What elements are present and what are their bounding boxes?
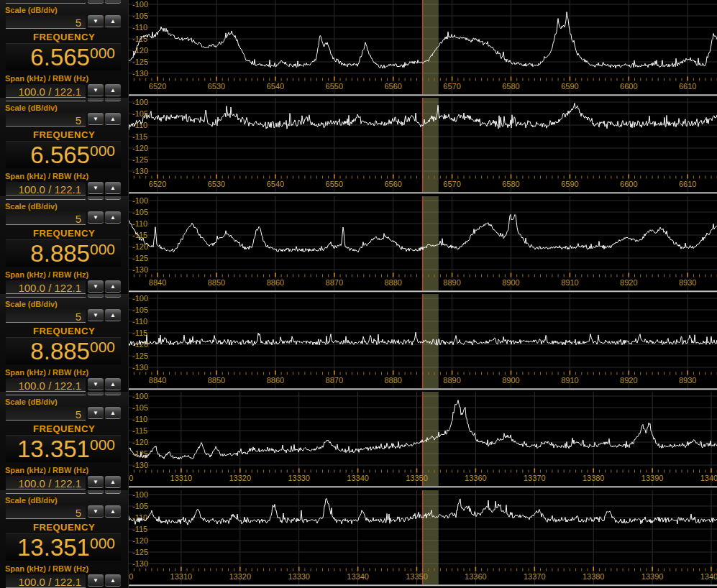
y-axis-label: -130 bbox=[132, 167, 148, 175]
scale-decrease-button[interactable]: ▼ bbox=[88, 309, 104, 321]
scale-increase-button[interactable]: ▲ bbox=[105, 113, 121, 125]
span-decrease-button[interactable]: ▼ bbox=[88, 84, 104, 96]
span-rbw-label: Span (kHz) / RBW (Hz) bbox=[5, 368, 88, 377]
spectrum-display[interactable]: 8840885088608870888088908900891089208930… bbox=[128, 294, 717, 392]
scale-input[interactable]: 5 bbox=[6, 505, 86, 519]
x-axis-label: 6610 bbox=[679, 180, 696, 188]
down-arrow-icon: ▼ bbox=[88, 505, 104, 518]
previous-up-button-partial bbox=[105, 0, 121, 4]
frequency-hz-value: 000 bbox=[90, 436, 115, 453]
receiver-panel: Scale (dB/div) 5 ▼ ▲ FREQUENCY 8.885000 … bbox=[0, 196, 717, 294]
receiver-panel: Scale (dB/div) 5 ▼ ▲ FREQUENCY 13.351000… bbox=[0, 490, 717, 588]
spectrum-svg: 6520653065406550656065706580659066006610… bbox=[129, 0, 717, 98]
span-rbw-input[interactable]: 100.0 / 122.1 bbox=[6, 476, 86, 490]
passband-overlay[interactable] bbox=[423, 98, 439, 192]
frequency-readout[interactable]: 6.565000 bbox=[6, 141, 121, 168]
span-increase-button[interactable]: ▲ bbox=[105, 476, 121, 488]
scale-decrease-button[interactable]: ▼ bbox=[88, 113, 104, 125]
scale-input[interactable]: 5 bbox=[6, 15, 86, 29]
span-decrease-button[interactable]: ▼ bbox=[88, 378, 104, 390]
panel-separator bbox=[129, 193, 717, 194]
frequency-readout[interactable]: 13.351000 bbox=[6, 435, 121, 462]
span-increase-button[interactable]: ▲ bbox=[105, 280, 121, 293]
span-rbw-label: Span (kHz) / RBW (Hz) bbox=[5, 270, 88, 279]
scale-decrease-button[interactable]: ▼ bbox=[88, 15, 104, 27]
x-axis-label: 8920 bbox=[620, 376, 637, 385]
scale-increase-button[interactable]: ▲ bbox=[105, 505, 121, 518]
span-rbw-input[interactable]: 100.0 / 122.1 bbox=[6, 574, 86, 588]
passband-overlay[interactable] bbox=[423, 392, 439, 486]
receiver-panel: Scale (dB/div) 5 ▼ ▲ FREQUENCY 6.565000 … bbox=[0, 0, 717, 98]
scale-increase-button[interactable]: ▲ bbox=[105, 309, 121, 321]
scale-decrease-button[interactable]: ▼ bbox=[88, 505, 104, 518]
span-increase-button[interactable]: ▲ bbox=[105, 574, 121, 587]
x-axis-label: 6540 bbox=[267, 82, 284, 91]
frequency-mhz-value: 13.351 bbox=[17, 436, 90, 462]
span-decrease-button[interactable]: ▼ bbox=[88, 476, 104, 488]
span-rbw-input[interactable]: 100.0 / 122.1 bbox=[6, 280, 86, 294]
y-axis-label: -100 bbox=[132, 294, 148, 303]
up-arrow-icon: ▲ bbox=[105, 113, 121, 125]
sdr-multi-receiver-app: Scale (dB/div) 5 ▼ ▲ FREQUENCY 6.565000 … bbox=[0, 0, 717, 588]
y-axis-label: -100 bbox=[132, 392, 148, 400]
receiver-panel: Scale (dB/div) 5 ▼ ▲ FREQUENCY 8.885000 … bbox=[0, 294, 717, 392]
down-arrow-icon: ▼ bbox=[88, 309, 104, 321]
y-axis-label: -115 bbox=[132, 426, 147, 435]
scale-increase-button[interactable]: ▲ bbox=[105, 15, 121, 27]
x-axis-label: 8870 bbox=[326, 376, 343, 385]
down-arrow-icon: ▼ bbox=[88, 574, 104, 587]
spectrum-display[interactable]: 6520653065406550656065706580659066006610… bbox=[128, 0, 717, 98]
previous-up-button-partial bbox=[105, 196, 121, 200]
panel-separator bbox=[129, 290, 717, 292]
scale-input[interactable]: 5 bbox=[6, 407, 86, 421]
previous-span-field-partial bbox=[6, 196, 86, 200]
receiver-controls-sidebar: Scale (dB/div) 5 ▼ ▲ FREQUENCY 13.351000… bbox=[0, 392, 128, 490]
spectrum-display[interactable]: 6520653065406550656065706580659066006610… bbox=[128, 98, 717, 196]
spectrum-display[interactable]: 1330013310133201333013340133501336013370… bbox=[128, 392, 717, 490]
scale-input[interactable]: 5 bbox=[6, 113, 86, 127]
y-axis-label: -105 bbox=[132, 12, 148, 20]
x-axis-label: 6580 bbox=[502, 82, 519, 91]
scale-input[interactable]: 5 bbox=[6, 309, 86, 323]
span-decrease-button[interactable]: ▼ bbox=[88, 182, 104, 194]
spectrum-svg: 8840885088608870888088908900891089208930… bbox=[129, 294, 717, 392]
span-rbw-input[interactable]: 100.0 / 122.1 bbox=[6, 378, 86, 392]
y-axis-label: -110 bbox=[132, 219, 147, 228]
passband-overlay[interactable] bbox=[423, 490, 439, 584]
span-increase-button[interactable]: ▲ bbox=[105, 378, 121, 390]
x-axis-label: 13350 bbox=[406, 572, 428, 581]
scale-increase-button[interactable]: ▲ bbox=[105, 407, 121, 419]
frequency-readout[interactable]: 8.885000 bbox=[6, 337, 121, 364]
frequency-readout[interactable]: 13.351000 bbox=[6, 533, 121, 561]
span-rbw-label: Span (kHz) / RBW (Hz) bbox=[5, 564, 88, 573]
scale-decrease-button[interactable]: ▼ bbox=[88, 211, 104, 224]
spectrum-display[interactable]: 1330013310133201333013340133501336013370… bbox=[128, 490, 717, 588]
frequency-readout[interactable]: 6.565000 bbox=[6, 43, 121, 70]
previous-down-button-partial bbox=[88, 392, 104, 395]
span-rbw-input[interactable]: 100.0 / 122.1 bbox=[6, 84, 86, 98]
down-arrow-icon: ▼ bbox=[88, 182, 104, 194]
spectrum-display[interactable]: 8840885088608870888088908900891089208930… bbox=[128, 196, 717, 294]
receiver-controls-sidebar: Scale (dB/div) 5 ▼ ▲ FREQUENCY 6.565000 … bbox=[0, 0, 128, 98]
span-decrease-button[interactable]: ▼ bbox=[88, 574, 104, 587]
scale-increase-button[interactable]: ▲ bbox=[105, 211, 121, 224]
receiver-panel: Scale (dB/div) 5 ▼ ▲ FREQUENCY 6.565000 … bbox=[0, 98, 717, 196]
span-decrease-button[interactable]: ▼ bbox=[88, 280, 104, 293]
previous-up-button-partial bbox=[105, 98, 121, 101]
down-arrow-icon: ▼ bbox=[88, 378, 104, 390]
scale-decrease-button[interactable]: ▼ bbox=[88, 407, 104, 419]
y-axis-label: -105 bbox=[132, 403, 148, 412]
span-rbw-input[interactable]: 100.0 / 122.1 bbox=[6, 182, 86, 196]
passband-overlay[interactable] bbox=[423, 196, 439, 290]
y-axis-label: -115 bbox=[132, 231, 147, 239]
frequency-readout[interactable]: 8.885000 bbox=[6, 239, 121, 267]
y-axis-label: -125 bbox=[132, 352, 148, 360]
passband-overlay[interactable] bbox=[423, 0, 439, 94]
scale-input[interactable]: 5 bbox=[6, 211, 86, 225]
x-axis-label: 13390 bbox=[641, 474, 664, 482]
x-axis-label: 8860 bbox=[267, 376, 284, 385]
y-axis-label: -105 bbox=[132, 306, 148, 314]
span-increase-button[interactable]: ▲ bbox=[105, 182, 121, 194]
x-axis-label: 13300 bbox=[129, 572, 133, 581]
span-increase-button[interactable]: ▲ bbox=[105, 84, 121, 96]
